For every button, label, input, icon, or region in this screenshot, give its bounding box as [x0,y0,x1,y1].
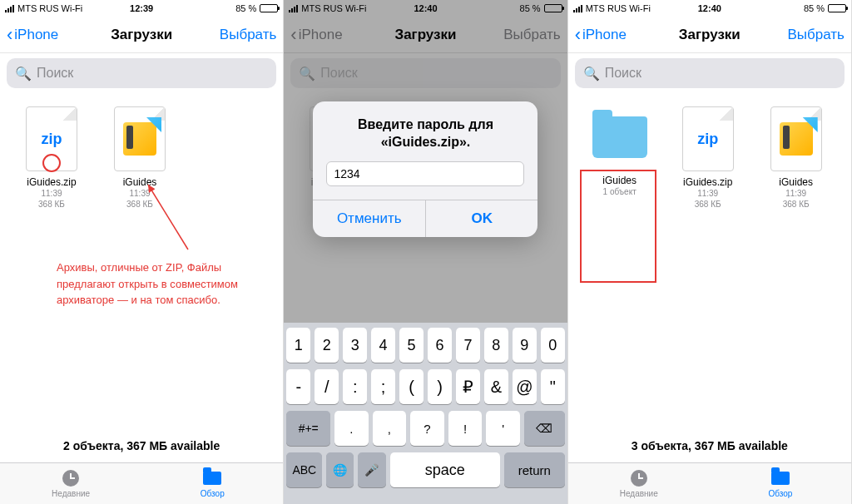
status-time: 12:39 [130,3,153,13]
screen-3: MTS RUS Wi-Fi 12:40 85 % ‹ iPhone Загруз… [568,0,852,504]
file-name: iGuides.zip [15,176,88,188]
tab-browse[interactable]: Обзор [710,463,851,504]
annotation-arrow-icon [146,183,200,254]
back-label: iPhone [582,27,627,43]
key-6[interactable]: 6 [428,328,452,363]
back-button[interactable]: ‹ iPhone [7,26,58,44]
search-placeholder: Поиск [37,66,73,81]
folder-icon [771,472,790,485]
chevron-left-icon: ‹ [7,26,12,44]
key-semicolon[interactable]: ; [371,369,395,404]
keyboard-row-3: #+= . , ? ! ' ⌫ [286,411,564,446]
summary-text: 2 объекта, 367 МБ available [0,429,283,462]
key-2[interactable]: 2 [315,328,339,363]
backspace-icon: ⌫ [536,422,552,435]
file-item-archive[interactable]: iGuides 11:39 368 КБ [760,106,833,210]
battery-percent: 85 % [235,3,256,13]
chevron-left-icon: ‹ [575,26,581,44]
select-button[interactable]: Выбрать [220,27,276,43]
key-question[interactable]: ? [410,411,444,446]
keyboard-row-4: ABC 🌐 🎤 space return [286,452,564,487]
signal-icon [573,5,582,12]
key-backspace[interactable]: ⌫ [524,411,565,446]
key-space[interactable]: space [390,452,500,487]
search-icon: 🔍 [15,66,32,82]
file-item-folder[interactable]: iGuides 1 объект [583,106,656,210]
file-item-zip[interactable]: zip iGuides.zip 11:39 368 КБ [15,106,88,210]
mic-icon: 🎤 [364,463,379,477]
key-ruble[interactable]: ₽ [456,369,480,404]
annotation-circle-icon [42,154,61,172]
key-exclaim[interactable]: ! [448,411,483,446]
archive-file-icon [114,106,166,171]
battery-percent: 85 % [804,3,825,13]
key-return[interactable]: return [504,452,565,487]
carrier-label: MTS RUS Wi-Fi [17,3,82,13]
keyboard: 1 2 3 4 5 6 7 8 9 0 - / : ; ( ) ₽ & @ " … [284,323,567,504]
search-input[interactable]: 🔍 Поиск [7,58,276,88]
key-paren-close[interactable]: ) [428,369,452,404]
clock-icon [62,470,79,487]
file-meta: 1 объект [583,186,656,197]
file-size: 368 КБ [760,199,833,210]
key-slash[interactable]: / [315,369,339,404]
keyboard-row-2: - / : ; ( ) ₽ & @ " [286,369,564,404]
key-3[interactable]: 3 [343,328,367,363]
key-apostrophe[interactable]: ' [486,411,520,446]
page-title: Загрузки [111,27,172,43]
tab-label: Недавние [52,489,90,498]
carrier-label: MTS RUS Wi-Fi [586,3,651,13]
search-input[interactable]: 🔍 Поиск [575,58,845,88]
battery-icon [260,4,278,12]
key-at[interactable]: @ [513,369,537,404]
back-label: iPhone [14,27,58,43]
folder-icon [203,472,221,485]
key-colon[interactable]: : [343,369,367,404]
tab-bar: Недавние Обзор [0,462,283,504]
key-5[interactable]: 5 [399,328,424,363]
key-dash[interactable]: - [286,369,310,404]
key-symbol-switch[interactable]: #+= [286,411,330,446]
key-8[interactable]: 8 [484,328,508,363]
key-1[interactable]: 1 [286,328,310,363]
clock-icon [631,470,647,487]
cancel-button[interactable]: Отменить [313,200,425,237]
search-icon: 🔍 [583,66,600,82]
key-0[interactable]: 0 [541,328,565,363]
key-9[interactable]: 9 [513,328,537,363]
key-period[interactable]: . [334,411,369,446]
status-bar: MTS RUS Wi-Fi 12:39 85 % [0,0,283,17]
key-4[interactable]: 4 [371,328,395,363]
file-name: iGuides [760,176,833,188]
summary-text: 3 объекта, 367 МБ available [568,429,851,462]
file-size: 368 КБ [671,199,745,210]
password-alert: Введите пароль для «iGuides.zip». Отмени… [313,101,537,237]
content-area: zip iGuides.zip 11:39 368 КБ iGuides 11:… [0,93,283,429]
file-time: 11:39 [760,188,833,199]
tab-recent[interactable]: Недавние [0,463,141,504]
key-paren-open[interactable]: ( [399,369,424,404]
key-quote[interactable]: " [541,369,565,404]
select-button[interactable]: Выбрать [788,27,845,43]
ok-button[interactable]: OK [425,200,538,237]
battery-icon [828,4,846,12]
tab-label: Недавние [620,489,658,498]
key-7[interactable]: 7 [456,328,480,363]
key-amp[interactable]: & [484,369,508,404]
password-input[interactable] [326,161,524,186]
svg-line-0 [148,185,188,250]
back-button[interactable]: ‹ iPhone [575,26,627,44]
folder-icon [592,116,647,158]
tab-browse[interactable]: Обзор [141,463,283,504]
zip-file-icon: zip [26,106,77,171]
key-globe[interactable]: 🌐 [326,452,354,487]
key-comma[interactable]: , [373,411,407,446]
key-abc[interactable]: ABC [286,452,322,487]
status-bar: MTS RUS Wi-Fi 12:40 85 % [568,0,851,17]
key-mic[interactable]: 🎤 [358,452,385,487]
tab-recent[interactable]: Недавние [568,463,710,504]
file-item-zip[interactable]: zip iGuides.zip 11:39 368 КБ [671,106,745,210]
content-area: iGuides 1 объект zip iGuides.zip 11:39 3… [568,93,851,429]
tab-bar: Недавние Обзор [568,462,851,504]
page-title: Загрузки [679,27,741,43]
